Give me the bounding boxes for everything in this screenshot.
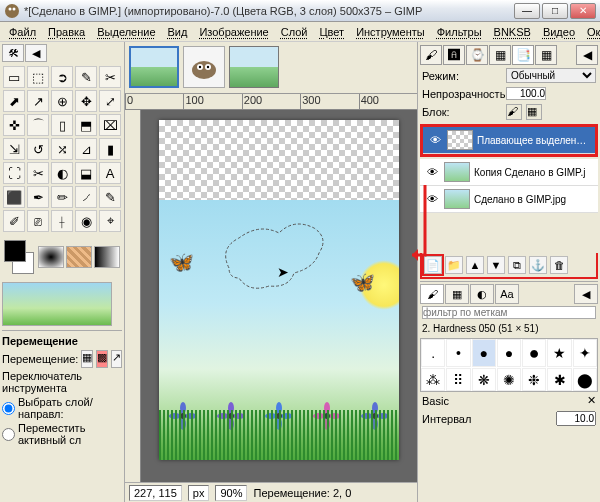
- radio-pick-layer[interactable]: [2, 402, 15, 415]
- tool-33[interactable]: ◉: [75, 210, 97, 232]
- tool-29[interactable]: ✎: [99, 186, 121, 208]
- tool-8[interactable]: ✥: [75, 90, 97, 112]
- rtab-layers[interactable]: 📑: [512, 45, 534, 65]
- eye-icon[interactable]: 👁: [424, 166, 440, 178]
- brush-item[interactable]: ✦: [573, 339, 597, 367]
- tool-11[interactable]: ⌒: [27, 114, 49, 136]
- brush-item[interactable]: .: [421, 339, 445, 367]
- layer-up-button[interactable]: ▲: [466, 256, 484, 274]
- tool-3[interactable]: ✎: [75, 66, 97, 88]
- tool-2[interactable]: ➲: [51, 66, 73, 88]
- menu-view[interactable]: Вид: [163, 24, 193, 40]
- brush-item[interactable]: ⬤: [573, 368, 597, 391]
- brush-item[interactable]: ⠿: [446, 368, 470, 391]
- tool-19[interactable]: ▮: [99, 138, 121, 160]
- menu-video[interactable]: Видео: [538, 24, 580, 40]
- eye-icon[interactable]: 👁: [427, 134, 443, 146]
- tool-5[interactable]: ⬈: [3, 90, 25, 112]
- minimize-button[interactable]: —: [514, 3, 540, 19]
- tool-26[interactable]: ✒: [27, 186, 49, 208]
- menu-windows[interactable]: Окна: [582, 24, 600, 40]
- eye-icon[interactable]: 👁: [424, 193, 440, 205]
- brush-item[interactable]: ✺: [497, 368, 521, 391]
- tool-32[interactable]: ⟊: [51, 210, 73, 232]
- status-unit[interactable]: px: [188, 485, 210, 501]
- foreground-color[interactable]: [4, 240, 26, 262]
- opacity-input[interactable]: [506, 87, 546, 100]
- tool-21[interactable]: ✂: [27, 162, 49, 184]
- rtab-img[interactable]: ▦: [489, 45, 511, 65]
- tool-1[interactable]: ⬚: [27, 66, 49, 88]
- tool-20[interactable]: ⛶: [3, 162, 25, 184]
- rtab-brush[interactable]: 🖌: [420, 45, 442, 65]
- menu-bnksb[interactable]: BNKSB: [489, 24, 536, 40]
- lock-pixels[interactable]: 🖌: [506, 104, 522, 120]
- spacing-input[interactable]: [556, 411, 596, 426]
- rtab-font[interactable]: 🅰: [443, 45, 465, 65]
- tool-13[interactable]: ⬒: [75, 114, 97, 136]
- layer-copy[interactable]: 👁 Копия Сделано в GIMP.j: [420, 159, 598, 186]
- tool-31[interactable]: ⎚: [27, 210, 49, 232]
- rtab-menu[interactable]: ◀: [576, 45, 598, 65]
- radio-move-active[interactable]: [2, 428, 15, 441]
- rtab-more[interactable]: ▦: [535, 45, 557, 65]
- tool-28[interactable]: ⟋: [75, 186, 97, 208]
- tool-12[interactable]: ▯: [51, 114, 73, 136]
- tool-16[interactable]: ↺: [27, 138, 49, 160]
- menu-edit[interactable]: Правка: [43, 24, 90, 40]
- brush-item[interactable]: ❉: [522, 368, 546, 391]
- canvas[interactable]: ➤ 🦋 🦋: [159, 120, 399, 460]
- status-zoom[interactable]: 90%: [215, 485, 247, 501]
- tool-23[interactable]: ⬓: [75, 162, 97, 184]
- active-gradient[interactable]: [94, 246, 120, 268]
- tool-25[interactable]: ⬛: [3, 186, 25, 208]
- btab-pattern[interactable]: ▦: [445, 284, 469, 304]
- rtab-hist[interactable]: ⌚: [466, 45, 488, 65]
- active-pattern[interactable]: [66, 246, 92, 268]
- delete-layer-button[interactable]: 🗑: [550, 256, 568, 274]
- brush-item[interactable]: ❋: [472, 368, 496, 391]
- btab-grad[interactable]: ◐: [470, 284, 494, 304]
- layer-base[interactable]: 👁 Сделано в GIMP.jpg: [420, 186, 598, 213]
- brush-item[interactable]: ●: [497, 339, 521, 367]
- tool-34[interactable]: ⌖: [99, 210, 121, 232]
- maximize-button[interactable]: □: [542, 3, 568, 19]
- tool-18[interactable]: ⊿: [75, 138, 97, 160]
- btab-brush[interactable]: 🖌: [420, 284, 444, 304]
- brush-item[interactable]: ★: [547, 339, 571, 367]
- tool-15[interactable]: ⇲: [3, 138, 25, 160]
- dock-tab-tools[interactable]: 🛠: [2, 44, 24, 62]
- duplicate-layer-button[interactable]: ⧉: [508, 256, 526, 274]
- menu-file[interactable]: Файл: [4, 24, 41, 40]
- tool-24[interactable]: A: [99, 162, 121, 184]
- tool-17[interactable]: ⤮: [51, 138, 73, 160]
- brush-category[interactable]: Basic: [422, 395, 449, 407]
- active-brush[interactable]: [38, 246, 64, 268]
- brush-item[interactable]: •: [446, 339, 470, 367]
- close-button[interactable]: ✕: [570, 3, 596, 19]
- tool-9[interactable]: ⤢: [99, 90, 121, 112]
- lock-alpha[interactable]: ▦: [526, 104, 542, 120]
- layer-down-button[interactable]: ▼: [487, 256, 505, 274]
- tool-7[interactable]: ⊕: [51, 90, 73, 112]
- tool-27[interactable]: ✏: [51, 186, 73, 208]
- menu-layer[interactable]: Слой: [276, 24, 313, 40]
- mode-select[interactable]: Обычный: [506, 68, 596, 83]
- menu-tools[interactable]: Инструменты: [351, 24, 430, 40]
- menu-image[interactable]: Изображение: [194, 24, 273, 40]
- tool-4[interactable]: ✂: [99, 66, 121, 88]
- new-layer-button[interactable]: 📄: [424, 256, 442, 274]
- btab-menu[interactable]: ◀: [574, 284, 598, 304]
- menu-select[interactable]: Выделение: [92, 24, 160, 40]
- move-mode-layer[interactable]: ▦: [81, 350, 93, 368]
- brush-item[interactable]: ⁂: [421, 368, 445, 391]
- viewport[interactable]: ➤ 🦋 🦋: [141, 110, 417, 482]
- menu-color[interactable]: Цвет: [314, 24, 349, 40]
- btab-font[interactable]: Aa: [495, 284, 519, 304]
- tool-14[interactable]: ⌧: [99, 114, 121, 136]
- layer-floating[interactable]: 👁 Плавающее выделение (Вставленный слой): [423, 127, 595, 154]
- menu-filters[interactable]: Фильтры: [432, 24, 487, 40]
- brush-filter[interactable]: [422, 306, 596, 319]
- tool-6[interactable]: ↗: [27, 90, 49, 112]
- brush-item[interactable]: ●: [472, 339, 496, 367]
